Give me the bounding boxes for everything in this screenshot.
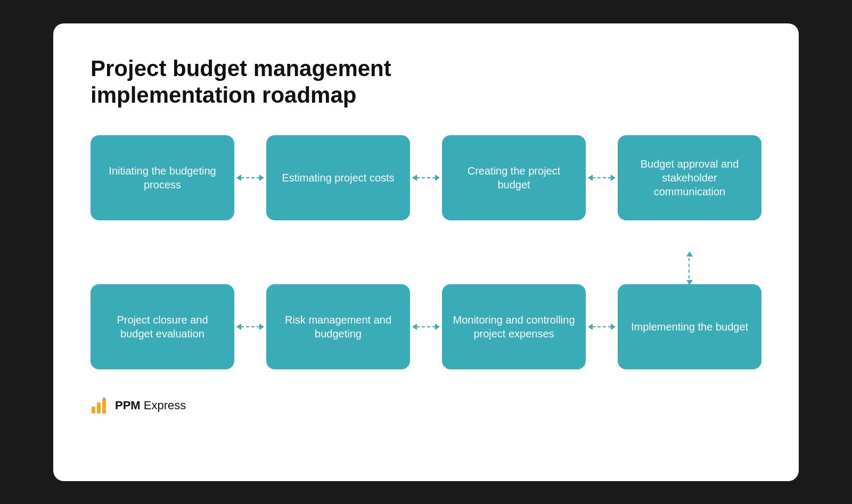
h-line <box>416 177 436 178</box>
node-closure: Project closure and budget evaluation <box>91 284 234 369</box>
h-line <box>241 177 260 178</box>
arrow-right-head <box>435 324 440 330</box>
node-approval: Budget approval and stakeholder communic… <box>618 135 761 220</box>
arrow-right-head <box>259 175 264 181</box>
h-line <box>592 177 611 178</box>
arrow-left-head <box>588 324 593 330</box>
arrow-left-head <box>412 324 417 330</box>
h-line <box>241 326 260 327</box>
svg-rect-0 <box>92 407 95 414</box>
vertical-gap <box>91 252 761 284</box>
page-title: Project budget managementimplementation … <box>91 55 761 109</box>
arrow-right-head <box>611 324 616 330</box>
row-top: Initiating the budgeting process Estimat… <box>91 135 761 220</box>
arrow-8-7 <box>588 321 616 332</box>
svg-marker-3 <box>103 397 106 399</box>
arrow-3-4 <box>588 172 616 183</box>
arrow-6-5 <box>236 321 264 332</box>
arrow-1-2 <box>236 172 264 183</box>
footer: PPM Express <box>91 396 761 415</box>
node-implementing: Implementing the budget <box>618 284 761 369</box>
roadmap-diagram: Initiating the budgeting process Estimat… <box>91 135 761 369</box>
node-initiating: Initiating the budgeting process <box>91 135 234 220</box>
node-creating: Creating the project budget <box>442 135 586 220</box>
node-estimating: Estimating project costs <box>266 135 410 220</box>
arrow-left-head <box>588 175 593 181</box>
v-arrow-up <box>686 252 693 257</box>
vertical-line <box>689 252 690 284</box>
arrow-7-6 <box>412 321 440 332</box>
arrow-left-head <box>236 324 241 330</box>
node-risk: Risk management and budgeting <box>266 284 410 369</box>
row-bottom: Project closure and budget evaluation Ri… <box>91 284 761 369</box>
v-arrow-down <box>686 280 693 285</box>
h-line <box>416 326 436 327</box>
arrow-left-head <box>412 175 417 181</box>
svg-rect-1 <box>97 402 101 414</box>
arrow-right-head <box>259 324 264 330</box>
node-monitoring: Monitoring and controlling project expen… <box>442 284 586 369</box>
svg-rect-2 <box>102 399 106 414</box>
logo-text: PPM Express <box>115 399 186 412</box>
main-card: Project budget managementimplementation … <box>53 23 799 481</box>
arrow-2-3 <box>412 172 440 183</box>
ppm-logo-icon <box>91 396 110 415</box>
arrow-right-head <box>435 175 440 181</box>
h-line <box>592 326 611 327</box>
arrow-left-head <box>236 175 241 181</box>
arrow-right-head <box>611 175 616 181</box>
